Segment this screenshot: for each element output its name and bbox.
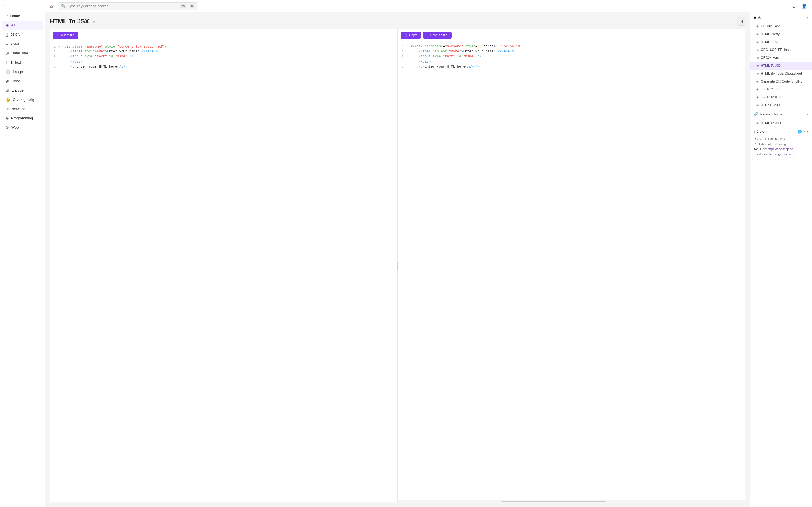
output-editor[interactable]: 1 <><div className="awesome" style={{ bo…: [398, 41, 746, 500]
profile-button[interactable]: 👤: [800, 2, 809, 10]
favorite-button[interactable]: ★: [92, 18, 96, 24]
html-to-sql-icon: ◈: [756, 40, 759, 44]
sidebar-item-home[interactable]: ⌂Home: [2, 11, 43, 20]
home-button[interactable]: ⌂: [49, 2, 55, 10]
line-content: <><div className="awesome" style={{ bord…: [410, 45, 746, 48]
sidebar-item-encode[interactable]: ⊞Encode: [2, 86, 43, 95]
rs-item-json-to-io-ts[interactable]: ◈JSON To IO-TS: [750, 93, 812, 101]
plus-separator: +: [187, 4, 189, 8]
all-section-icon: ◈: [754, 15, 756, 19]
rs-item-html-pretty[interactable]: ◈HTML Pretty: [750, 30, 812, 38]
line-content: </div>: [62, 60, 397, 64]
yaml-icon: ≡: [6, 41, 8, 46]
table-row: 3 <input type="text" id="name" />: [398, 54, 746, 59]
sidebar-item-datetime[interactable]: ◷Date/Time: [2, 48, 43, 57]
sidebar-item-label: Encode: [11, 88, 24, 93]
line-number: 4: [398, 60, 407, 63]
line-number: 3: [398, 55, 407, 58]
related-tools-header[interactable]: 🔗 Related Tools ▾: [750, 109, 812, 119]
crc24-hash-icon: ◈: [756, 56, 759, 60]
table-row: 2 <label htmlFor="name">Enter your name:…: [398, 49, 746, 54]
rs-item-label: UTF7 Encode: [761, 103, 781, 107]
sidebar-item-label: Image: [13, 69, 23, 74]
rs-item-html-symbols-cheatsheet[interactable]: ◈HTML Symbols Cheatsheet: [750, 69, 812, 77]
rs-item-label: CRC24 Hash: [761, 56, 781, 60]
share-button[interactable]: ⊕: [790, 2, 797, 10]
scroll-thumb: [502, 501, 606, 502]
save-as-file-button[interactable]: ↓ Save as file: [423, 32, 452, 39]
rs-item-label: CRC16CCITT Hash: [761, 48, 791, 52]
line-content: <label htmlFor="name">Enter your name: <…: [410, 50, 746, 54]
generate-qr-code-for-url-icon: ◈: [756, 79, 759, 83]
sidebar-item-image[interactable]: ⬜Image: [2, 67, 43, 76]
sidebar: ‹› ⌂Home◈All{}JSON≡YAML◷Date/TimeTTi Tex…: [0, 0, 45, 507]
feedback-link[interactable]: https://github.com/...: [769, 152, 797, 156]
k-key: K: [190, 4, 195, 8]
rs-item-generate-qr-code-for-url[interactable]: ◈Generate QR Code for URL: [750, 77, 812, 86]
split-toggle-button[interactable]: ⊡: [737, 17, 746, 25]
sidebar-item-label: Network: [11, 107, 25, 111]
input-editor[interactable]: 1 ▾ <div class="awesome" style="border: …: [50, 41, 397, 502]
line-number: 3: [50, 55, 58, 58]
sidebar-item-text[interactable]: TTi Text: [2, 58, 43, 67]
sidebar-item-color[interactable]: ◉Color: [2, 76, 43, 86]
select-file-button[interactable]: ↑ Select file: [53, 32, 79, 39]
search-input[interactable]: [68, 4, 178, 8]
main-area: ⌂ 🔍 ⌘ + K ⊕ 👤 HTML To JSX ★ ⊡: [45, 0, 812, 507]
search-icon: 🔍: [61, 4, 66, 8]
line-content: </div>: [410, 60, 746, 64]
sidebar-item-label: Web: [11, 125, 19, 129]
rs-item-label: Generate QR Code for URL: [761, 79, 802, 83]
home-icon: ⌂: [6, 13, 8, 18]
rs-item-crc32-hash[interactable]: ◈CRC32 Hash: [750, 22, 812, 30]
sidebar-item-label: Date/Time: [11, 51, 28, 55]
tool-area: HTML To JSX ★ ⊡ ↑ Select file 1 ▾ <div: [45, 12, 750, 507]
table-row: 1 <><div className="awesome" style={{ bo…: [398, 44, 746, 49]
line-content: <input type="text" id="name" />: [62, 55, 397, 59]
sidebar-item-network[interactable]: ⊕Network: [2, 104, 43, 113]
related-tools-chevron: ▾: [807, 112, 809, 116]
version-header: ℹ 1.0.0 🌐 ✓ ▾: [750, 127, 812, 136]
line-content: <p>Enter your HTML here</p></>: [410, 65, 746, 69]
line-number: 2: [50, 50, 58, 53]
table-row: 5 <p>Enter your HTML here</p></>: [398, 64, 746, 69]
rs-item-utf7-encode[interactable]: ◈UTF7 Encode: [750, 101, 812, 109]
color-icon: ◉: [6, 78, 9, 83]
rs-item-label: HTML Symbols Cheatsheet: [761, 71, 802, 75]
utf7-encode-icon: ◈: [756, 103, 759, 107]
sidebar-item-label: YAML: [10, 42, 20, 46]
sidebar-item-web[interactable]: ⊙Web: [2, 123, 43, 132]
sidebar-item-yaml[interactable]: ≡YAML: [2, 39, 43, 48]
sidebar-toggle[interactable]: ‹›: [0, 0, 45, 11]
all-section-title: All: [758, 15, 805, 19]
crc16ccitt-hash-icon: ◈: [756, 48, 759, 52]
cryptography-icon: 🔒: [6, 97, 10, 102]
line-content: <p>Enter your HTML here</p>: [62, 65, 397, 69]
sidebar-item-all[interactable]: ◈All: [2, 20, 43, 30]
rs-item-label: HTML Pretty: [761, 32, 779, 36]
sidebar-item-programming[interactable]: ◈Programming: [2, 114, 43, 122]
sidebar-item-cryptography[interactable]: 🔒Cryptography: [2, 95, 43, 104]
version-description: Convert HTML TO JSX Published at: 5 days…: [750, 136, 812, 158]
rs-item-crc24-hash[interactable]: ◈CRC24 Hash: [750, 54, 812, 62]
sidebar-item-json[interactable]: {}JSON: [2, 30, 43, 39]
all-section-header[interactable]: ◈ All ▾: [750, 12, 812, 22]
sidebar-item-label: Cryptography: [13, 98, 35, 102]
tool-link[interactable]: https://t.he3app.co...: [768, 147, 796, 151]
rs-related-item-html-to-jsx-related[interactable]: ◈HTML To JSX: [750, 119, 812, 127]
programming-icon: ◈: [6, 116, 9, 120]
version-chevron: ▾: [807, 129, 809, 133]
all-items-list: ◈CRC32 Hash◈HTML Pretty◈HTML to SQL◈CRC1…: [750, 22, 812, 109]
sidebar-item-label: Ti Text: [10, 60, 21, 64]
copy-button[interactable]: ⊡ Copy: [401, 32, 421, 39]
version-section: ℹ 1.0.0 🌐 ✓ ▾ Convert HTML TO JSX Publis…: [750, 127, 812, 158]
rs-item-json-to-sql[interactable]: ◈JSON to SQL: [750, 86, 812, 93]
rs-item-label: CRC32 Hash: [761, 24, 781, 28]
rs-item-html-to-sql[interactable]: ◈HTML to SQL: [750, 38, 812, 46]
all-icon: ◈: [6, 23, 9, 27]
html-to-jsx-icon: ◈: [756, 64, 759, 68]
json-icon: {}: [6, 32, 8, 37]
rs-item-crc16ccitt-hash[interactable]: ◈CRC16CCITT Hash: [750, 46, 812, 54]
right-sidebar: ◈ All ▾ ◈CRC32 Hash◈HTML Pretty◈HTML to …: [750, 12, 812, 507]
rs-item-html-to-jsx[interactable]: ◈HTML To JSX: [750, 62, 812, 69]
